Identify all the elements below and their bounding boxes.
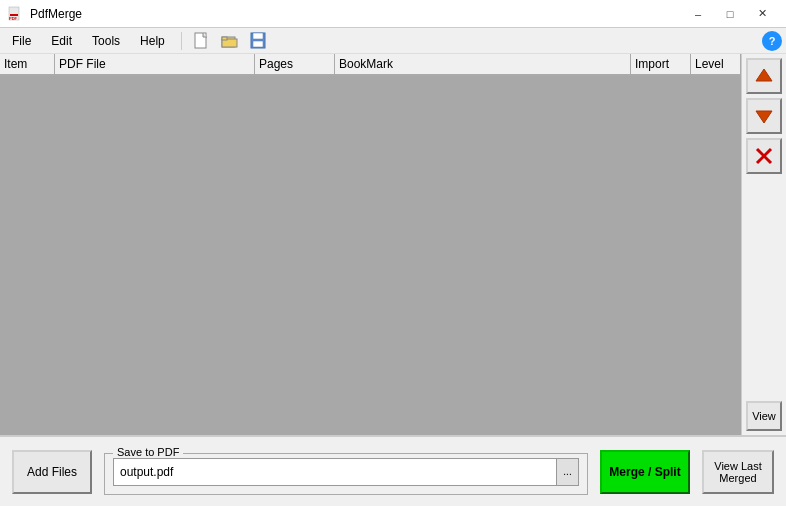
table-header: Item PDF File Pages BookMark Import Leve… bbox=[0, 54, 741, 76]
col-header-pdf: PDF File bbox=[55, 54, 255, 74]
up-arrow-icon bbox=[754, 66, 774, 86]
save-button[interactable] bbox=[246, 30, 270, 52]
app-icon: PDF bbox=[8, 6, 24, 22]
svg-rect-6 bbox=[222, 37, 227, 40]
right-sidebar: View bbox=[742, 54, 786, 435]
main-area: Item PDF File Pages BookMark Import Leve… bbox=[0, 54, 786, 436]
menu-tools[interactable]: Tools bbox=[84, 32, 128, 50]
svg-marker-10 bbox=[756, 69, 772, 81]
save-icon bbox=[249, 32, 267, 50]
file-table: Item PDF File Pages BookMark Import Leve… bbox=[0, 54, 742, 435]
menu-bar: File Edit Tools Help ? bbox=[0, 28, 786, 54]
minimize-button[interactable]: – bbox=[682, 3, 714, 25]
help-button[interactable]: ? bbox=[762, 31, 782, 51]
view-last-merged-button[interactable]: View Last Merged bbox=[702, 450, 774, 494]
table-body[interactable] bbox=[0, 76, 741, 435]
save-input-row: ... bbox=[113, 458, 579, 486]
col-header-import: Import bbox=[631, 54, 691, 74]
svg-text:PDF: PDF bbox=[9, 16, 18, 21]
delete-icon bbox=[754, 146, 774, 166]
menu-help[interactable]: Help bbox=[132, 32, 173, 50]
new-file-button[interactable] bbox=[190, 30, 214, 52]
maximize-button[interactable]: □ bbox=[714, 3, 746, 25]
delete-button[interactable] bbox=[746, 138, 782, 174]
col-header-bookmark: BookMark bbox=[335, 54, 631, 74]
merge-split-button[interactable]: Merge / Split bbox=[600, 450, 690, 494]
output-file-input[interactable] bbox=[114, 459, 556, 485]
close-button[interactable]: ✕ bbox=[746, 3, 778, 25]
title-bar-left: PDF PdfMerge bbox=[8, 6, 82, 22]
svg-marker-11 bbox=[756, 111, 772, 123]
view-button[interactable]: View bbox=[746, 401, 782, 431]
title-bar-controls: – □ ✕ bbox=[682, 3, 778, 25]
col-header-pages: Pages bbox=[255, 54, 335, 74]
down-arrow-icon bbox=[754, 106, 774, 126]
menu-edit[interactable]: Edit bbox=[43, 32, 80, 50]
title-bar: PDF PdfMerge – □ ✕ bbox=[0, 0, 786, 28]
add-files-button[interactable]: Add Files bbox=[12, 450, 92, 494]
move-down-button[interactable] bbox=[746, 98, 782, 134]
save-to-pdf-group: Save to PDF ... bbox=[104, 453, 588, 495]
app-title: PdfMerge bbox=[30, 7, 82, 21]
open-file-icon bbox=[221, 32, 239, 50]
svg-rect-9 bbox=[253, 41, 263, 47]
menu-file[interactable]: File bbox=[4, 32, 39, 50]
svg-rect-8 bbox=[253, 33, 263, 39]
open-file-button[interactable] bbox=[218, 30, 242, 52]
new-file-icon bbox=[193, 32, 211, 50]
col-header-item: Item bbox=[0, 54, 55, 74]
col-header-level: Level bbox=[691, 54, 741, 74]
save-to-pdf-label: Save to PDF bbox=[113, 446, 183, 458]
move-up-button[interactable] bbox=[746, 58, 782, 94]
toolbar-separator bbox=[181, 32, 182, 50]
browse-button[interactable]: ... bbox=[556, 459, 578, 485]
bottom-bar: Add Files Save to PDF ... Merge / Split … bbox=[0, 436, 786, 506]
